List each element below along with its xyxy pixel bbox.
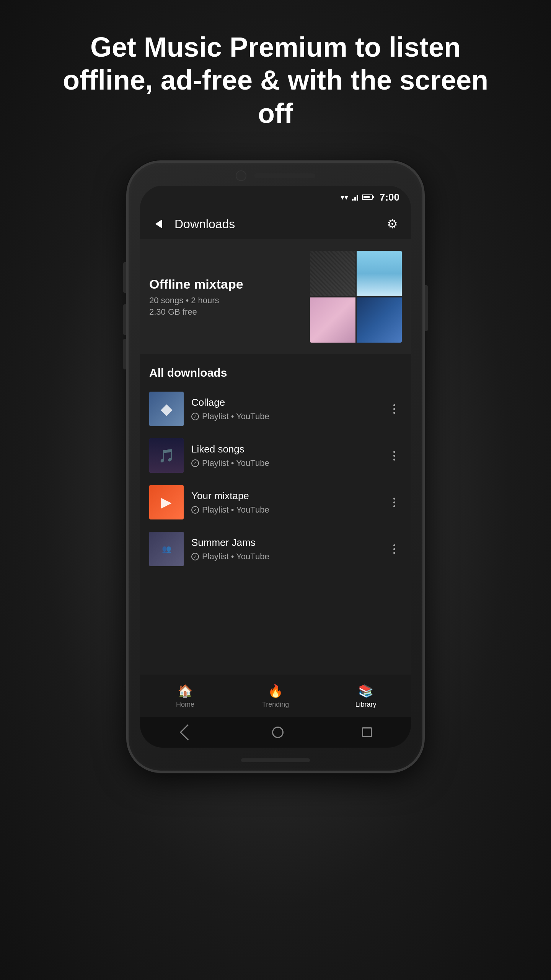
offline-mixtape-section[interactable]: Offline mixtape 20 songs • 2 hours 2.30 …: [140, 239, 411, 354]
phone-shell: ▾▾ 7:00: [126, 160, 425, 773]
playlist-name: Liked songs: [191, 443, 386, 455]
downloaded-check-icon: [191, 459, 199, 467]
playlist-info-liked: Liked songs Playlist • YouTube: [191, 443, 386, 468]
list-item[interactable]: Collage Playlist • YouTube: [140, 385, 411, 432]
battery-icon: [362, 194, 373, 200]
mixtape-storage: 2.30 GB free: [149, 307, 310, 317]
more-dot: [393, 552, 395, 554]
playlist-name: Collage: [191, 397, 386, 408]
back-button[interactable]: [149, 214, 168, 234]
phone-mockup: ▾▾ 7:00: [126, 160, 425, 773]
summer-art: 👥: [149, 532, 184, 566]
status-bar: ▾▾ 7:00: [140, 186, 411, 209]
more-options-button[interactable]: [386, 541, 402, 557]
nav-home-label: Home: [176, 701, 194, 709]
trending-icon: 🔥: [268, 684, 283, 698]
liked-art: 🎵: [149, 438, 184, 473]
list-item[interactable]: Your mixtape Playlist • YouTube: [140, 479, 411, 526]
more-dot: [393, 412, 395, 414]
wifi-icon: ▾▾: [341, 193, 348, 202]
headline-text: Get Music Premium to listen offline, ad-…: [0, 0, 551, 153]
phone-bottom-speaker: [241, 758, 310, 762]
more-dot: [393, 455, 395, 457]
signal-icon: [352, 194, 358, 201]
mixtape-info: Offline mixtape 20 songs • 2 hours 2.30 …: [149, 277, 310, 317]
all-downloads-title: All downloads: [140, 359, 411, 385]
playlist-sub: Playlist • YouTube: [191, 458, 386, 468]
mixtape-title: Offline mixtape: [149, 277, 310, 292]
more-dot: [393, 544, 395, 546]
playlist-sub: Playlist • YouTube: [191, 505, 386, 515]
nav-library-label: Library: [355, 701, 376, 709]
playlist-thumb-liked: 🎵: [149, 438, 184, 473]
home-icon: 🏠: [178, 684, 193, 698]
phone-top-bar: [236, 170, 315, 181]
back-arrow-icon: [155, 219, 162, 229]
more-dot: [393, 505, 395, 507]
android-recent-icon[interactable]: [362, 727, 372, 737]
album-art-3: [310, 297, 355, 343]
playlist-thumb-collage: [149, 392, 184, 426]
downloads-section: All downloads Collage Playlist • YouTube: [140, 359, 411, 675]
playlist-thumb-summer: 👥: [149, 532, 184, 566]
playlist-info-summer: Summer Jams Playlist • YouTube: [191, 537, 386, 562]
mixtape-meta: 20 songs • 2 hours: [149, 296, 310, 305]
speaker-top: [254, 173, 315, 178]
album-art-4: [357, 297, 402, 343]
album-art-1: [310, 251, 355, 296]
more-dot: [393, 404, 395, 406]
android-home-icon[interactable]: [272, 727, 284, 738]
playlist-thumb-mixtape: [149, 485, 184, 519]
nav-trending[interactable]: 🔥 Trending: [230, 684, 321, 709]
more-dot: [393, 498, 395, 500]
list-item[interactable]: 🎵 Liked songs Playlist • YouTube: [140, 432, 411, 479]
more-dot: [393, 501, 395, 503]
playlist-name: Your mixtape: [191, 490, 386, 502]
list-item[interactable]: 👥 Summer Jams Playlist • YouTube: [140, 526, 411, 572]
android-back-icon[interactable]: [180, 724, 196, 740]
playlist-info-collage: Collage Playlist • YouTube: [191, 397, 386, 421]
downloaded-check-icon: [191, 413, 199, 420]
app-header: Downloads ⚙: [140, 209, 411, 239]
android-nav-bar: [140, 717, 411, 748]
downloaded-check-icon: [191, 553, 199, 560]
downloaded-check-icon: [191, 506, 199, 514]
more-options-button[interactable]: [386, 495, 402, 510]
more-dot: [393, 548, 395, 550]
more-dot: [393, 459, 395, 461]
playlist-name: Summer Jams: [191, 537, 386, 549]
library-icon: 📚: [358, 684, 373, 698]
mixtape-album-grid: [310, 251, 402, 343]
more-options-button[interactable]: [386, 401, 402, 416]
album-art-2: [357, 251, 402, 296]
nav-library[interactable]: 📚 Library: [321, 684, 411, 709]
phone-screen: ▾▾ 7:00: [140, 186, 411, 748]
more-dot: [393, 451, 395, 453]
playlist-sub: Playlist • YouTube: [191, 412, 386, 421]
status-icons: ▾▾ 7:00: [341, 191, 399, 203]
camera: [236, 170, 246, 181]
settings-button[interactable]: ⚙: [383, 214, 402, 234]
status-time: 7:00: [380, 191, 399, 203]
more-dot: [393, 408, 395, 410]
more-options-button[interactable]: [386, 448, 402, 463]
nav-home[interactable]: 🏠 Home: [140, 684, 230, 709]
playlist-info-mixtape: Your mixtape Playlist • YouTube: [191, 490, 386, 515]
nav-trending-label: Trending: [262, 701, 289, 709]
bottom-nav: 🏠 Home 🔥 Trending 📚 Library: [140, 675, 411, 717]
page-title: Downloads: [168, 217, 383, 231]
gear-icon: ⚙: [387, 217, 398, 231]
playlist-sub: Playlist • YouTube: [191, 552, 386, 562]
